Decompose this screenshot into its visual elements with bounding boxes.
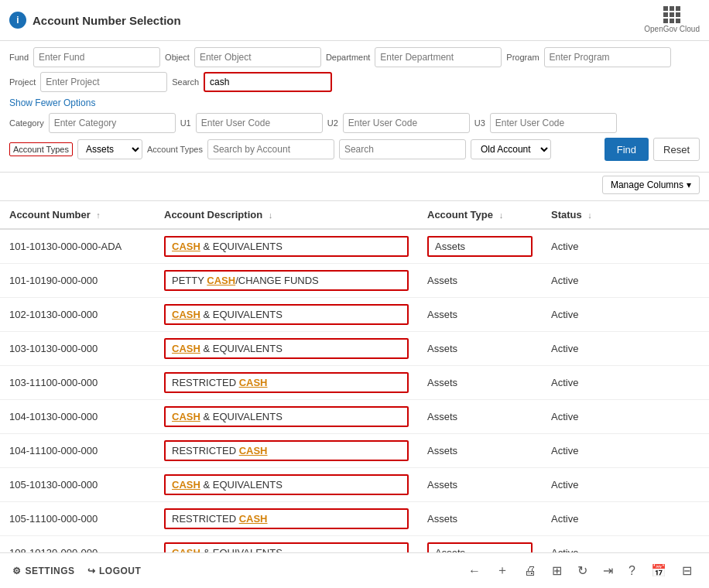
account-type-cell: Assets	[418, 366, 542, 400]
col-header-status[interactable]: Status ↓	[542, 201, 709, 229]
old-account-select[interactable]: Old Account	[471, 139, 551, 159]
account-number-cell: 105-10130-000-000	[0, 468, 155, 502]
highlighted-desc: CASH & EQUIVALENTS	[164, 304, 409, 325]
department-input[interactable]	[375, 47, 502, 67]
status-cell: Active	[542, 502, 709, 536]
status-cell: Active	[542, 366, 709, 400]
manage-columns-label: Manage Columns	[611, 179, 683, 190]
table-row[interactable]: 105-11100-000-000RESTRICTED CASHAssetsAc…	[0, 502, 709, 536]
program-label: Program	[506, 53, 539, 62]
highlighted-desc: CASH & EQUIVALENTS	[164, 474, 409, 495]
table-row[interactable]: 104-11100-000-000RESTRICTED CASHAssetsAc…	[0, 434, 709, 468]
status-cell: Active	[542, 298, 709, 332]
highlight-span: CASH	[239, 377, 268, 388]
table-row[interactable]: 105-10130-000-000CASH & EQUIVALENTSAsset…	[0, 468, 709, 502]
object-input[interactable]	[194, 47, 321, 67]
highlighted-desc: CASH & EQUIVALENTS	[164, 338, 409, 359]
account-type-cell: Assets	[418, 264, 542, 298]
u2-input[interactable]	[343, 113, 470, 133]
fund-input[interactable]	[33, 47, 160, 67]
highlighted-desc: RESTRICTED CASH	[164, 508, 409, 529]
chevron-down-icon: ▾	[687, 179, 691, 190]
category-input[interactable]	[49, 113, 176, 133]
find-button[interactable]: Find	[605, 138, 649, 161]
grid-view-icon-button[interactable]: ⊞	[547, 560, 567, 581]
account-type-cell: Assets	[418, 434, 542, 468]
status-cell: Active	[542, 468, 709, 502]
u3-input[interactable]	[490, 113, 617, 133]
search-label: Search	[172, 77, 199, 87]
highlight-span: CASH	[172, 343, 200, 354]
account-desc-cell: PETTY CASH/CHANGE FUNDS	[155, 264, 418, 298]
account-types-select[interactable]: Assets Liabilities Equity Revenue Expens…	[77, 139, 142, 159]
account-type-cell: Assets	[418, 229, 542, 264]
more-icon-button[interactable]: ⊟	[677, 560, 697, 581]
table-row[interactable]: 104-10130-000-000CASH & EQUIVALENTSAsset…	[0, 400, 709, 434]
manage-columns-button[interactable]: Manage Columns ▾	[602, 176, 700, 194]
account-type-cell: Assets	[418, 502, 542, 536]
search3-input[interactable]	[339, 139, 466, 159]
filters-section: Fund Object Department Program Project S…	[0, 41, 709, 173]
table-row[interactable]: 103-10130-000-000CASH & EQUIVALENTSAsset…	[0, 332, 709, 366]
highlighted-desc: PETTY CASH/CHANGE FUNDS	[164, 270, 409, 291]
highlighted-type: Assets	[427, 236, 533, 257]
highlight-span: CASH	[239, 445, 268, 456]
sort-desc-icon: ↓	[269, 210, 273, 220]
account-number-cell: 102-10130-000-000	[0, 298, 155, 332]
highlight-span: CASH	[172, 411, 200, 422]
highlighted-desc: RESTRICTED CASH	[164, 372, 409, 393]
add-icon-button[interactable]: ＋	[492, 559, 513, 582]
account-number-cell: 103-11100-000-000	[0, 366, 155, 400]
status-cell: Active	[542, 400, 709, 434]
project-input[interactable]	[40, 72, 167, 92]
show-fewer-link[interactable]: Show Fewer Options	[9, 97, 95, 108]
account-number-cell: 103-10130-000-000	[0, 332, 155, 366]
settings-button[interactable]: ⚙ SETTINGS	[12, 566, 75, 576]
status-cell: Active	[542, 264, 709, 298]
highlight-span: CASH	[207, 275, 235, 286]
account-type-cell: Assets	[418, 400, 542, 434]
highlight-span: CASH	[172, 241, 200, 252]
bottom-toolbar: ⚙ SETTINGS ↪ LOGOUT ← ＋ 🖨 ⊞ ↻ ⇥ ? 📅 ⊟	[0, 552, 709, 588]
table-row[interactable]: 101-10190-000-000PETTY CASH/CHANGE FUNDS…	[0, 264, 709, 298]
search-input[interactable]	[204, 72, 332, 92]
account-number-cell: 101-10130-000-000-ADA	[0, 229, 155, 264]
table-row[interactable]: 102-10130-000-000CASH & EQUIVALENTSAsset…	[0, 298, 709, 332]
share-icon-button[interactable]: ⇥	[598, 560, 618, 581]
col-header-account-number[interactable]: Account Number ↑	[0, 201, 155, 229]
program-input[interactable]	[544, 47, 671, 67]
sort-desc-icon-3: ↓	[587, 210, 592, 220]
apps-grid-icon[interactable]	[663, 6, 680, 23]
search-by-account-input[interactable]	[207, 139, 334, 159]
u1-input[interactable]	[196, 113, 323, 133]
highlight-span: CASH	[172, 479, 200, 491]
highlighted-desc: RESTRICTED CASH	[164, 440, 409, 461]
u3-label: U3	[474, 118, 485, 128]
highlighted-desc: CASH & EQUIVALENTS	[164, 236, 409, 257]
account-desc-cell: CASH & EQUIVALENTS	[155, 229, 418, 264]
col-header-account-desc[interactable]: Account Description ↓	[155, 201, 418, 229]
highlighted-desc: CASH & EQUIVALENTS	[164, 406, 409, 427]
account-number-cell: 101-10190-000-000	[0, 264, 155, 298]
app-icon: i	[9, 12, 26, 29]
table-row[interactable]: 103-11100-000-000RESTRICTED CASHAssetsAc…	[0, 366, 709, 400]
table-row[interactable]: 101-10130-000-000-ADACASH & EQUIVALENTSA…	[0, 229, 709, 264]
help-icon-button[interactable]: ?	[624, 561, 640, 581]
calendar-icon-button[interactable]: 📅	[646, 560, 671, 581]
account-types-label: Account Types	[9, 142, 73, 156]
account-type-cell: Assets	[418, 298, 542, 332]
back-icon-button[interactable]: ←	[464, 561, 485, 581]
account-desc-cell: CASH & EQUIVALENTS	[155, 332, 418, 366]
refresh-icon-button[interactable]: ↻	[573, 560, 592, 581]
col-header-account-type[interactable]: Account Type ↓	[418, 201, 542, 229]
account-desc-cell: RESTRICTED CASH	[155, 502, 418, 536]
logout-button[interactable]: ↪ LOGOUT	[87, 566, 142, 576]
account-number-cell: 105-11100-000-000	[0, 502, 155, 536]
reset-button[interactable]: Reset	[653, 138, 700, 161]
account-desc-cell: RESTRICTED CASH	[155, 366, 418, 400]
account-type-cell: Assets	[418, 332, 542, 366]
highlight-span: CASH	[172, 309, 200, 320]
u2-label: U2	[327, 118, 338, 128]
print-icon-button[interactable]: 🖨	[519, 561, 541, 581]
manage-columns-row: Manage Columns ▾	[0, 173, 709, 201]
